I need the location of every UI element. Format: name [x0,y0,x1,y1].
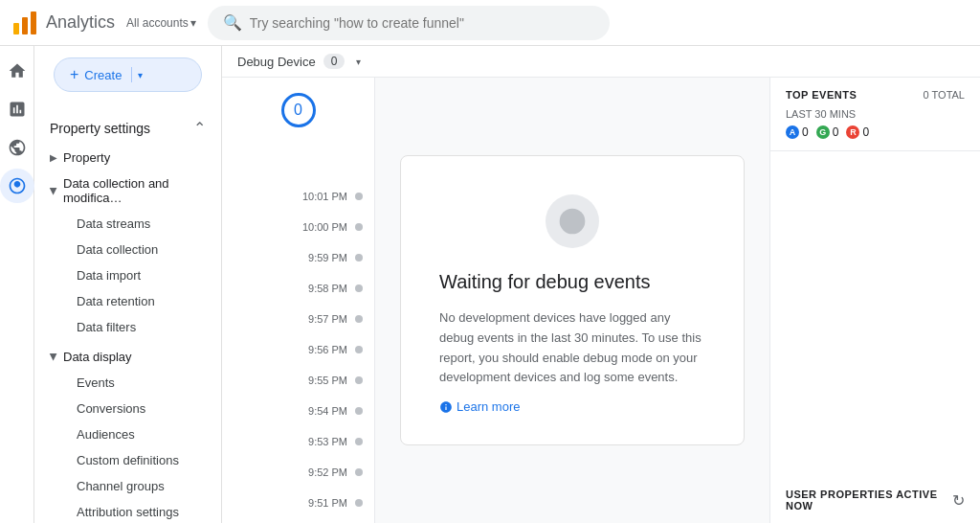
left-nav [0,46,34,523]
search-input[interactable] [250,15,594,31]
sidebar-item-data-display-label: Data display [63,350,132,364]
sidebar-item-data-collection-mod[interactable]: ▶ Data collection and modifica… [34,171,221,211]
sidebar-item-conversions-label: Conversions [77,401,145,416]
timeline-entry: 9:52 PM [222,457,374,488]
top-events-total: 0 TOTAL [924,89,965,101]
sidebar-item-property-label: Property [63,150,110,165]
svg-point-3 [560,209,586,235]
top-events-header: TOP EVENTS 0 TOTAL [786,89,965,101]
event-counts: A 0 G 0 R 0 [786,125,965,139]
sidebar-item-data-collection[interactable]: Data collection [34,237,221,262]
sidebar-item-custom-definitions-label: Custom definitions [77,453,179,467]
learn-more-link[interactable]: Learn more [439,399,705,414]
create-button[interactable]: + Create ▾ [54,57,202,92]
all-accounts-link[interactable]: All accounts ▾ [126,16,196,30]
timeline-dot [355,468,363,476]
timeline-entry: 9:53 PM [222,426,374,457]
event-count-blue: A 0 [786,125,809,139]
refresh-icon[interactable]: ↻ [952,491,965,510]
sidebar-item-data-import[interactable]: Data import [34,262,221,288]
search-icon: 🔍 [223,13,242,32]
nav-advertising-icon[interactable] [0,169,34,203]
learn-more-label: Learn more [457,399,520,414]
plus-icon: + [70,66,78,83]
svg-rect-2 [31,11,36,34]
search-bar[interactable]: 🔍 [208,6,610,40]
sidebar-item-attribution-settings-label: Attribution settings [77,505,179,519]
sidebar-item-channel-groups-label: Channel groups [77,479,165,493]
chevron-down-icon: ▾ [138,70,143,80]
sidebar-item-data-display[interactable]: ▶ Data display [34,344,221,370]
sidebar-item-conversions[interactable]: Conversions [34,396,221,421]
sidebar-item-events[interactable]: Events [34,370,221,396]
debug-device-badge: 0 [323,54,345,69]
waiting-text: No development devices have logged any d… [439,308,705,388]
sidebar-item-property[interactable]: ▶ Property [34,145,221,171]
sidebar-item-audiences[interactable]: Audiences [34,421,221,447]
app-title: Analytics [46,12,115,33]
blue-dot: A [786,125,799,139]
analytics-logo-icon [11,10,38,36]
chevron-down-icon: ▶ [49,353,59,361]
sidebar-title: Property settings [50,121,150,136]
red-dot: R [846,125,859,139]
waiting-icon [546,194,599,248]
sidebar-item-data-collection-mod-label: Data collection and modifica… [63,176,213,205]
timeline-dot [355,499,363,507]
timeline-entry: 9:59 PM [222,242,374,273]
sidebar-item-data-retention[interactable]: Data retention [34,288,221,314]
sidebar-item-data-filters[interactable]: Data filters [34,314,221,340]
timeline-entry: 9:58 PM [222,273,374,304]
timeline-panel: 0 10:01 PM 10:00 PM 9:59 PM 9:58 PM 9:57… [222,78,375,523]
sidebar-item-channel-groups[interactable]: Channel groups [34,473,221,499]
center-panel: Waiting for debug events No development … [375,78,769,523]
green-dot: G [816,125,830,139]
last-30-label: LAST 30 MINS [786,108,965,120]
timeline-dot [355,346,363,353]
create-button-label: Create [84,68,122,82]
debug-body: 0 10:01 PM 10:00 PM 9:59 PM 9:58 PM 9:57… [222,78,980,523]
nav-home-icon[interactable] [0,54,34,88]
collapse-icon[interactable]: ⌃ [193,119,206,137]
timeline-entry: 9:55 PM [222,365,374,396]
top-events-section: TOP EVENTS 0 TOTAL LAST 30 MINS A 0 G 0 [770,78,980,151]
timeline-dot [355,315,363,323]
logo: Analytics [11,10,115,36]
timeline-dot [355,223,363,231]
debug-device-chevron[interactable]: ▾ [356,57,361,67]
chevron-down-icon: ▶ [49,187,59,194]
timeline-entry: 10:01 PM [222,181,374,212]
chevron-down-icon: ▾ [190,16,196,30]
sidebar-item-attribution-settings[interactable]: Attribution settings [34,499,221,523]
timeline-entry: 10:00 PM [222,212,374,242]
debug-device-label: Debug Device [237,55,316,69]
timeline-entry: 9:57 PM [222,304,374,334]
nav-explore-icon[interactable] [0,130,34,165]
waiting-card: Waiting for debug events No development … [400,155,745,445]
timeline-dot [355,407,363,415]
app: Analytics All accounts ▾ 🔍 [0,0,980,523]
sidebar-item-data-streams-label: Data streams [77,216,150,231]
timeline-zero-circle: 0 [281,93,316,127]
timeline-entries: 10:01 PM 10:00 PM 9:59 PM 9:58 PM 9:57 P… [222,181,374,518]
sidebar-item-data-streams[interactable]: Data streams [34,211,221,237]
main-content: + Create ▾ Property settings ⌃ ▶ Propert… [0,46,980,523]
count-red-value: 0 [862,125,869,139]
right-panel: TOP EVENTS 0 TOTAL LAST 30 MINS A 0 G 0 [769,78,980,523]
svg-rect-1 [22,17,28,34]
user-properties-section: USER PROPERTIES ACTIVE NOW ↻ [770,477,980,523]
user-properties-title: USER PROPERTIES ACTIVE NOW [786,489,952,512]
right-empty-space [770,151,980,477]
timeline-dot [355,193,363,200]
sidebar-item-data-import-label: Data import [77,268,141,283]
waiting-title: Waiting for debug events [439,271,705,293]
sidebar-item-custom-definitions[interactable]: Custom definitions [34,447,221,473]
sidebar: + Create ▾ Property settings ⌃ ▶ Propert… [34,46,222,523]
timeline-dot [355,438,363,445]
sidebar-item-audiences-label: Audiences [77,427,135,442]
nav-reports-icon[interactable] [0,92,34,126]
timeline-entry: 9:54 PM [222,396,374,426]
sidebar-section-header: Property settings ⌃ [34,107,221,145]
event-count-green: G 0 [816,125,839,139]
top-events-title: TOP EVENTS [786,89,857,101]
